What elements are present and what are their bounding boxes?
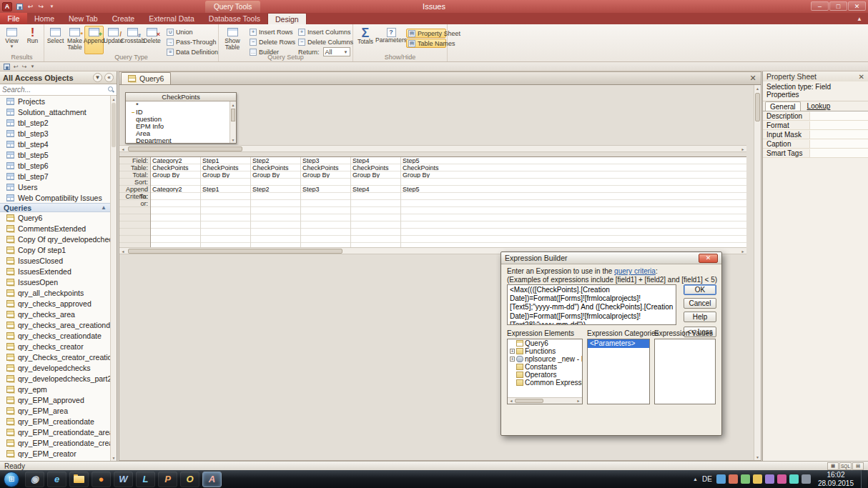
- expression-values-list[interactable]: [654, 339, 716, 404]
- tab-home[interactable]: Home: [27, 13, 61, 24]
- scrollbar-thumb[interactable]: [515, 399, 543, 403]
- insert-rows-button[interactable]: + Insert Rows: [247, 27, 295, 36]
- nav-query-item[interactable]: qry_checks_approved: [0, 298, 110, 309]
- expression-category[interactable]: <Parameters>: [588, 339, 649, 348]
- nav-query-item[interactable]: IssuesClosed: [0, 255, 110, 266]
- taskbar-powerpoint-icon[interactable]: P: [158, 472, 177, 487]
- nav-query-item[interactable]: qry_Checks_creator_creationdate: [0, 352, 110, 362]
- field-list-title[interactable]: CheckPoints: [126, 93, 236, 101]
- taskbar-word-icon[interactable]: W: [114, 472, 133, 487]
- expression-text-box[interactable]: <Max((([CheckPoints].[Creation Date])=Fo…: [507, 284, 676, 325]
- total-cell[interactable]: Group By: [251, 171, 300, 179]
- property-sheet-toggle[interactable]: ▤ Property Sheet: [406, 29, 446, 38]
- tray-icon[interactable]: [729, 474, 738, 484]
- make-table-button[interactable]: Make Table: [65, 26, 84, 54]
- restore-button[interactable]: □: [829, 1, 847, 11]
- nav-query-item[interactable]: qry_developedchecks_part2: [0, 373, 110, 384]
- tab-design[interactable]: Design: [267, 13, 307, 24]
- totals-button[interactable]: Σ Totals: [355, 26, 376, 54]
- parameters-button[interactable]: ? Parameters: [378, 26, 405, 54]
- property-tab-general[interactable]: General: [765, 101, 801, 111]
- append-to-cell[interactable]: Step4: [351, 186, 400, 193]
- nav-query-item[interactable]: qry_EPM_creationdate: [0, 416, 110, 427]
- undo-icon[interactable]: ↩: [26, 3, 34, 11]
- criteria-cell[interactable]: [301, 193, 350, 200]
- delete-rows-button[interactable]: − Delete Rows: [247, 37, 295, 46]
- elements-hscrollbar[interactable]: ◄ ►: [508, 397, 582, 404]
- minimize-button[interactable]: –: [811, 1, 829, 11]
- field-cell[interactable]: Step1: [201, 157, 250, 164]
- expression-element[interactable]: + Constants: [508, 363, 582, 371]
- nav-table-item[interactable]: tbl_step2: [0, 117, 110, 128]
- save-icon[interactable]: [16, 3, 24, 11]
- taskbar-explorer-icon[interactable]: [69, 472, 89, 487]
- nav-query-item[interactable]: qry_EPM_creationdate_creator: [0, 437, 110, 448]
- nav-query-item[interactable]: Copy Of qry_developedchecks1: [0, 234, 110, 244]
- sort-cell[interactable]: [401, 179, 449, 186]
- property-value-field[interactable]: [810, 130, 868, 139]
- show-desktop-button[interactable]: [861, 470, 867, 488]
- table-cell[interactable]: CheckPoints: [151, 164, 200, 171]
- table-cell[interactable]: CheckPoints: [201, 164, 250, 171]
- expression-element[interactable]: + nplsource _new - backup2: [508, 355, 582, 363]
- or-cell[interactable]: [201, 200, 250, 207]
- minimize-ribbon-button[interactable]: ▲: [857, 16, 862, 22]
- tray-icon[interactable]: [716, 474, 726, 484]
- tab-file[interactable]: File: [0, 13, 27, 24]
- dialog-title-bar[interactable]: Expression Builder ✕: [501, 252, 721, 264]
- scrollbar-thumb[interactable]: [231, 109, 235, 121]
- run-button[interactable]: ! Run: [23, 26, 42, 54]
- criteria-cell[interactable]: [201, 193, 250, 200]
- field-cell[interactable]: Step4: [351, 157, 400, 164]
- sort-cell[interactable]: [151, 179, 200, 186]
- or-cell[interactable]: [401, 200, 449, 207]
- scroll-right-icon[interactable]: ►: [739, 248, 746, 254]
- or-cell[interactable]: [351, 200, 400, 207]
- nav-query-item[interactable]: qry_EPM_area: [0, 405, 110, 416]
- queries-section-header[interactable]: Queries ▲: [0, 203, 110, 212]
- crosstab-button[interactable]: Crosstab: [123, 26, 142, 54]
- sort-cell[interactable]: [201, 179, 250, 186]
- qat-customize-icon[interactable]: ▼: [48, 3, 56, 11]
- sort-cell[interactable]: [301, 179, 350, 186]
- shutter-bar-close-icon[interactable]: «: [104, 73, 114, 82]
- tab-new-tab[interactable]: New Tab: [61, 13, 105, 24]
- tray-icon[interactable]: [753, 474, 762, 484]
- redo-icon[interactable]: ↪: [22, 64, 27, 70]
- select-button[interactable]: Select: [46, 26, 65, 54]
- nav-table-item[interactable]: Users: [0, 181, 110, 192]
- sort-cell[interactable]: [351, 179, 400, 186]
- taskbar-access-icon[interactable]: A: [202, 472, 222, 487]
- criteria-cell[interactable]: [401, 193, 449, 200]
- append-to-cell[interactable]: Step5: [401, 186, 449, 193]
- total-cell[interactable]: Group By: [151, 171, 200, 179]
- append-button[interactable]: Append: [84, 26, 104, 54]
- nav-query-item[interactable]: qry_checks_area: [0, 309, 110, 319]
- nav-table-item[interactable]: tbl_step5: [0, 149, 110, 160]
- scrollbar-thumb[interactable]: [755, 93, 760, 121]
- or-cell[interactable]: [301, 200, 350, 207]
- query-criteria-link[interactable]: query criteria: [614, 267, 656, 275]
- show-hidden-icons-button[interactable]: ▲: [693, 477, 698, 482]
- nav-table-item[interactable]: Solution_attachment: [0, 106, 110, 117]
- append-to-cell[interactable]: Category2: [151, 186, 200, 193]
- nav-query-item[interactable]: qry_EPM_approved: [0, 394, 110, 405]
- tray-icon[interactable]: [741, 474, 750, 484]
- scroll-right-icon[interactable]: ►: [739, 146, 746, 152]
- design-view-button[interactable]: ▤: [852, 462, 864, 470]
- close-icon[interactable]: ✕: [859, 73, 864, 81]
- expand-icon[interactable]: +: [510, 357, 515, 362]
- append-to-cell[interactable]: Step1: [201, 186, 250, 193]
- taskbar-lync-icon[interactable]: L: [136, 472, 155, 487]
- tray-icon[interactable]: [765, 474, 774, 484]
- expression-element[interactable]: + Functions: [508, 347, 582, 355]
- nav-query-item[interactable]: qry_EPM_creationdate_area: [0, 427, 110, 437]
- criteria-cell[interactable]: [151, 193, 200, 200]
- table-cell[interactable]: CheckPoints: [401, 164, 449, 171]
- scrollbar-thumb[interactable]: [128, 249, 342, 254]
- nav-table-item[interactable]: Projects: [0, 96, 110, 106]
- scroll-right-icon[interactable]: ►: [575, 398, 582, 404]
- sort-cell[interactable]: [251, 179, 300, 186]
- view-button[interactable]: View ▼: [2, 26, 21, 54]
- scroll-left-icon[interactable]: ◄: [508, 398, 515, 404]
